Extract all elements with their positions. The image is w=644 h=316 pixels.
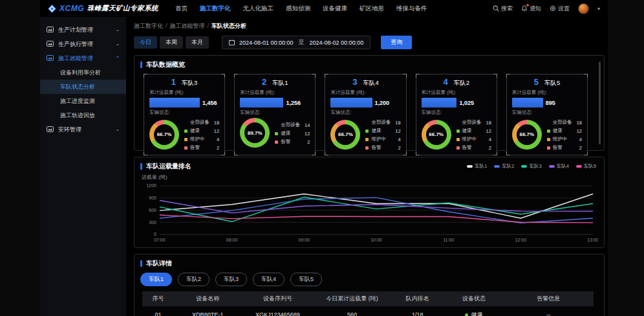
nav-item[interactable]: 矿区地形 [360,5,384,13]
status-legend-row: 维护中4 [184,136,219,142]
status-text: 健康 [471,311,482,316]
legend-value: 2 [307,139,310,145]
legend-label: 健康 [281,130,305,137]
breadcrumb-item[interactable]: 施工效能管理 [170,23,205,29]
legend-swatch [365,146,369,150]
legend-label: 全部设备 [553,119,577,126]
fleet-rank: 1 [171,77,176,87]
legend-swatch [365,138,369,141]
chart-legend-item[interactable]: 车队3 [521,163,541,170]
legend-swatch [456,146,460,150]
card-corner-accent [312,74,316,78]
quick-filter-chip[interactable]: 本月 [186,36,209,49]
settings-button[interactable]: 设置 [550,5,570,13]
status-legend-row: 告警2 [547,144,582,151]
chevron-down-icon: ⌄ [115,41,120,47]
nav-actions: 搜索 通知 设置 ▾ [493,3,600,14]
legend-label: 健康 [462,128,486,134]
notifications-button[interactable]: 通知 [521,5,541,13]
legend-label: 全部设备 [281,122,305,128]
status-legend: 全部设备18健康12维护中4告警2 [365,118,400,151]
app-title: 珠峰露天矿山专家系统 [87,4,158,13]
sidebar-subitem[interactable]: 施工进度监测 [40,94,126,108]
sidebar-item[interactable]: 施工效能管理⌃ [40,51,126,65]
fleet-tab[interactable]: 车队4 [253,273,284,286]
chart-legend-item[interactable]: 车队2 [494,163,514,170]
top-navbar: XCMG 珠峰露天矿山专家系统 首页施工数字化无人化施工感知侦测设备健康矿区地形… [40,0,608,17]
chart-legend-item[interactable]: 车队5 [576,163,596,170]
nav-item[interactable]: 首页 [175,5,188,13]
nav-item[interactable]: 设备健康 [323,5,347,13]
legend-label: 全部设备 [462,119,486,126]
fleet-tab[interactable]: 车队3 [215,273,247,286]
chevron-up-icon: ⌃ [115,56,120,61]
status-legend-row: 健康12 [184,128,219,134]
main-content: 施工数字化/施工效能管理/车队状态分析 今日本周本月 2024-08-01 00… [126,17,608,316]
load-label: 累计运载量 (吨): [149,89,219,96]
status-legend-row: 健康12 [365,128,400,134]
nav-item[interactable]: 无人化施工 [243,5,274,13]
status-label: 车辆状态: [149,109,219,116]
sidebar-subitem[interactable]: 施工轨迹回放 [40,108,126,122]
fleet-rank: 5 [534,77,539,87]
load-value: 1,200 [375,100,390,106]
sidebar-item[interactable]: 生产执行管理⌄ [40,37,126,51]
gear-icon [550,5,556,12]
query-button[interactable]: 查询 [381,36,412,49]
load-label: 累计运载量 (吨): [512,89,582,96]
chart-legend-swatch [467,165,473,168]
avatar[interactable] [578,3,589,14]
fleet-table: 序号设备名称设备序列号今日累计运载量 (吨)队内排名设备状态告警信息01XDR8… [142,291,594,316]
date-range-input[interactable]: 2024-08-01 00:00:00 至 2024-08-02 00:00:0… [222,36,370,49]
legend-value: 18 [214,120,219,126]
quick-filter-chip[interactable]: 今日 [134,36,157,49]
fleet-name: 车队3 [182,79,197,87]
date-separator: 至 [299,38,305,47]
sidebar-subitem[interactable]: 车队状态分析 [40,80,126,94]
fleet-tab[interactable]: 车队5 [290,273,322,286]
status-wrap: 健康 [445,311,503,316]
load-label: 累计运载量 (吨): [240,89,310,96]
svg-text:11:00: 11:00 [443,238,454,242]
card-corner-accent [234,74,238,78]
chart-legend-item[interactable]: 车队4 [549,163,569,170]
chart-legend-label: 车队4 [557,163,569,170]
fleet-name: 车队5 [544,79,560,87]
nav-item[interactable]: 维保与备件 [396,5,427,13]
chart-legend-item[interactable]: 车队1 [467,163,487,170]
table-header-cell: 告警信息 [503,291,594,306]
donut-percent: 66.7% [330,120,360,150]
load-bar [422,98,457,107]
fleet-card-header: 5车队5 [512,77,582,87]
table-cell: 560 [314,306,391,316]
status-row: 66.7%全部设备18健康12维护中4告警2 [330,118,400,151]
legend-swatch [547,138,550,141]
quick-filter-chip[interactable]: 本周 [160,36,183,49]
table-header-cell: 设备序列号 [242,291,314,306]
status-legend-row: 全部设备18 [547,119,582,126]
legend-label: 维护中 [553,136,579,142]
settings-label: 设置 [558,5,570,13]
nav-item[interactable]: 感知侦测 [286,5,310,13]
fleet-tab[interactable]: 车队2 [178,273,209,286]
card-corner-accent [416,152,420,155]
legend-value: 12 [577,128,582,134]
svg-text:07:00: 07:00 [154,238,166,242]
sidebar-item[interactable]: 生产计划管理⌄ [40,23,126,37]
fleet-tab[interactable]: 车队1 [140,273,172,286]
sidebar-item[interactable]: 安环管理⌄ [40,122,126,137]
sidebar-subitem[interactable]: 设备利用率分析 [40,65,126,80]
chevron-down-icon[interactable]: ▾ [597,6,600,12]
fleet-card: 2车队1累计运载量 (吨):1,256车辆状态:89.7%全部设备14健康12告… [234,74,316,155]
breadcrumb-item[interactable]: 施工数字化 [134,23,163,29]
load-label: 累计运载量 (吨): [422,89,491,96]
load-bar-row: 1,025 [422,98,491,107]
overview-scrollbar[interactable] [599,62,601,144]
nav-item[interactable]: 施工数字化 [200,5,231,13]
xcmg-logo-icon [48,5,56,13]
status-legend-row: 维护中4 [456,136,491,142]
donut-percent: 66.7% [149,120,179,150]
chart-legend-swatch [494,165,500,168]
status-legend-row: 健康12 [275,130,310,137]
search-button[interactable]: 搜索 [493,5,513,13]
